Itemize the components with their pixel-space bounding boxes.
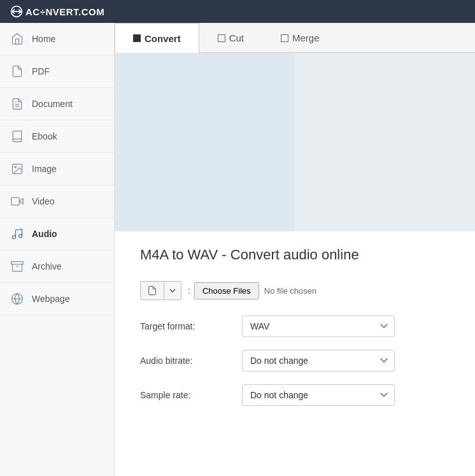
drop-banner	[115, 53, 475, 231]
svg-point-8	[13, 236, 16, 239]
pdf-icon	[10, 64, 24, 78]
drop-zone-left[interactable]	[115, 53, 295, 231]
tab-cut[interactable]: Cut	[199, 23, 262, 52]
target-format-select[interactable]: WAV MP3 AAC OGG FLAC M4A WMA AIFF	[242, 315, 395, 337]
sample-rate-label: Sample rate:	[140, 390, 242, 400]
audio-bitrate-row: Audio bitrate: Do not change 64 kbps 128…	[140, 350, 450, 371]
archive-icon	[10, 259, 24, 273]
sidebar-item-archive[interactable]: Archive	[0, 250, 114, 283]
sample-rate-select[interactable]: Do not change 8000 Hz 11025 Hz 22050 Hz …	[242, 384, 395, 406]
webpage-icon	[10, 292, 24, 306]
tab-convert[interactable]: Convert	[115, 23, 199, 53]
sidebar-item-ebook[interactable]: Ebook	[0, 120, 114, 153]
main-layout: Home PDF Document Ebook Image	[0, 23, 475, 476]
content-area: Convert Cut Merge M4A to WAV - Convert a…	[115, 23, 475, 476]
dropdown-arrow-icon	[169, 287, 176, 294]
file-icon	[147, 285, 157, 296]
file-button-group	[140, 281, 181, 300]
sidebar-label-image: Image	[32, 164, 57, 174]
logo-icon	[10, 5, 23, 18]
sidebar-label-audio: Audio	[32, 229, 57, 239]
file-icon-button[interactable]	[141, 282, 164, 299]
tab-merge[interactable]: Merge	[262, 23, 338, 52]
audio-bitrate-select[interactable]: Do not change 64 kbps 128 kbps 192 kbps …	[242, 350, 395, 371]
file-input-row: : Choose Files No file chosen	[140, 281, 450, 300]
sidebar-label-webpage: Webpage	[32, 294, 70, 304]
target-format-label: Target format:	[140, 321, 242, 331]
audio-icon	[10, 227, 24, 241]
choose-files-button[interactable]: Choose Files	[194, 282, 259, 299]
sidebar: Home PDF Document Ebook Image	[0, 23, 115, 476]
cut-tab-icon	[218, 34, 225, 42]
sample-rate-row: Sample rate: Do not change 8000 Hz 11025…	[140, 384, 450, 406]
audio-bitrate-label: Audio bitrate:	[140, 356, 242, 366]
sidebar-label-archive: Archive	[32, 261, 62, 271]
sidebar-item-home[interactable]: Home	[0, 23, 114, 55]
sidebar-item-pdf[interactable]: PDF	[0, 55, 114, 88]
target-format-row: Target format: WAV MP3 AAC OGG FLAC M4A …	[140, 315, 450, 337]
ebook-icon	[10, 129, 24, 143]
svg-point-5	[15, 166, 16, 168]
sidebar-label-home: Home	[32, 34, 55, 44]
home-icon	[10, 32, 24, 46]
tab-convert-label: Convert	[145, 33, 181, 44]
sidebar-item-audio[interactable]: Audio	[0, 218, 114, 250]
sidebar-item-document[interactable]: Document	[0, 88, 114, 120]
file-colon: :	[188, 285, 190, 296]
drop-zone-right[interactable]	[295, 53, 475, 231]
sidebar-label-ebook: Ebook	[32, 131, 57, 141]
header-logo-text: AC÷NVERT.COM	[25, 6, 104, 17]
page-title: M4A to WAV - Convert audio online	[140, 247, 450, 263]
sidebar-item-webpage[interactable]: Webpage	[0, 283, 114, 315]
video-icon	[10, 194, 24, 208]
page-body: M4A to WAV - Convert audio online	[115, 231, 475, 434]
tab-cut-label: Cut	[229, 32, 244, 43]
document-icon	[10, 97, 24, 111]
sidebar-label-document: Document	[32, 99, 73, 109]
svg-rect-10	[11, 262, 23, 264]
sidebar-item-video[interactable]: Video	[0, 185, 114, 218]
no-file-text: No file chosen	[264, 286, 316, 296]
tab-bar: Convert Cut Merge	[115, 23, 475, 53]
svg-point-9	[19, 234, 22, 238]
svg-marker-6	[19, 199, 23, 204]
image-icon	[10, 162, 24, 176]
sidebar-label-pdf: PDF	[32, 66, 50, 76]
header: AC÷NVERT.COM	[0, 0, 475, 23]
convert-tab-icon	[133, 34, 141, 42]
merge-tab-icon	[281, 34, 288, 42]
sidebar-item-image[interactable]: Image	[0, 153, 114, 185]
sidebar-label-video: Video	[32, 196, 55, 206]
file-dropdown-button[interactable]	[164, 282, 181, 299]
svg-rect-7	[11, 198, 19, 205]
tab-merge-label: Merge	[292, 32, 320, 43]
